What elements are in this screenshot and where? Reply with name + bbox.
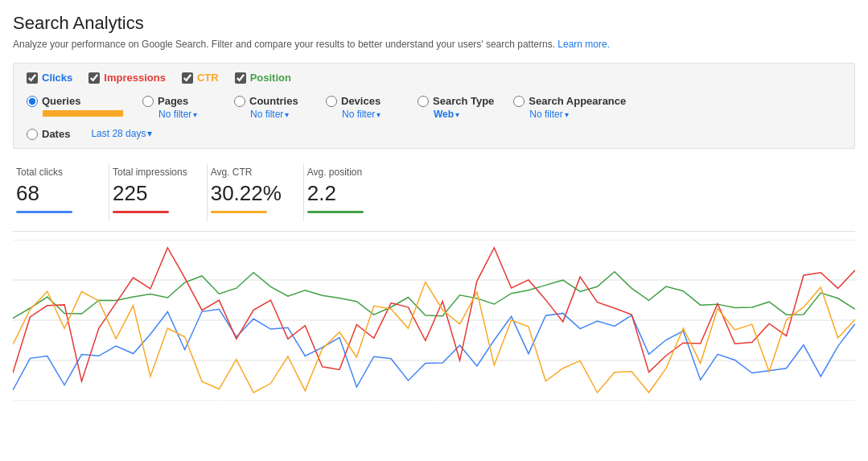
countries-radio[interactable]	[234, 96, 245, 107]
devices-filter-sub[interactable]: No filter ▾	[342, 109, 398, 120]
impressions-checkbox[interactable]	[88, 72, 100, 84]
avg-position-line	[307, 211, 364, 213]
search-type-filter-sub[interactable]: Web ▾	[434, 109, 494, 120]
metric-avg-position: Avg. position 2.2	[304, 163, 401, 221]
total-impressions-line	[113, 211, 169, 213]
checkboxes-row: Clicks Impressions CTR Position	[27, 72, 841, 84]
countries-filter-label: Countries	[249, 95, 298, 107]
dates-filter-sub[interactable]: Last 28 days ▾	[91, 128, 152, 139]
search-type-filter-label: Search Type	[433, 95, 494, 107]
search-appearance-chevron-icon: ▾	[565, 110, 569, 119]
ctr-checkbox-label[interactable]: CTR	[182, 72, 219, 84]
position-checkbox[interactable]	[235, 72, 246, 84]
pages-chevron-icon: ▾	[193, 110, 197, 119]
avg-ctr-label: Avg. CTR	[211, 167, 284, 178]
filter-search-appearance: Search Appearance No filter ▾	[513, 95, 626, 120]
devices-chevron-icon: ▾	[376, 110, 381, 119]
dates-radio[interactable]	[27, 129, 38, 140]
ctr-label: CTR	[197, 72, 219, 84]
filter-countries: Countries No filter ▾	[234, 95, 306, 120]
devices-radio[interactable]	[326, 96, 337, 107]
filters-row: Queries Pages No filter ▾ Countries No f…	[27, 95, 841, 120]
search-appearance-filter-sub[interactable]: No filter ▾	[529, 109, 626, 120]
total-clicks-line	[16, 211, 72, 213]
clicks-checkbox[interactable]	[27, 72, 38, 84]
total-impressions-value: 225	[113, 181, 187, 206]
clicks-label: Clicks	[42, 72, 72, 84]
countries-filter-sub[interactable]: No filter ▾	[250, 109, 306, 120]
pages-filter-sub[interactable]: No filter ▾	[158, 109, 215, 120]
search-type-chevron-icon: ▾	[455, 110, 459, 119]
filter-search-type: Search Type Web ▾	[418, 95, 494, 120]
metrics-row: Total clicks 68 Total impressions 225 Av…	[13, 163, 855, 232]
line-chart	[13, 240, 855, 401]
total-clicks-value: 68	[16, 181, 89, 206]
clicks-checkbox-label[interactable]: Clicks	[27, 72, 72, 84]
filter-bar: Clicks Impressions CTR Position Queries	[13, 63, 855, 149]
chart-area	[13, 240, 855, 401]
search-type-radio[interactable]	[418, 96, 429, 107]
filter-devices: Devices No filter ▾	[326, 95, 398, 120]
dates-row: Dates Last 28 days ▾	[27, 128, 841, 140]
avg-ctr-line	[211, 211, 267, 213]
avg-position-label: Avg. position	[307, 167, 381, 178]
avg-ctr-value: 30.22%	[211, 181, 284, 206]
metric-total-clicks: Total clicks 68	[13, 163, 109, 221]
pages-radio[interactable]	[142, 96, 154, 107]
total-impressions-label: Total impressions	[113, 167, 187, 178]
total-clicks-label: Total clicks	[16, 167, 89, 178]
search-appearance-filter-label: Search Appearance	[529, 95, 626, 107]
dates-chevron-icon: ▾	[147, 128, 152, 139]
queries-radio[interactable]	[27, 96, 38, 107]
avg-position-value: 2.2	[307, 181, 381, 206]
impressions-label: Impressions	[104, 72, 166, 84]
filter-pages: Pages No filter ▾	[142, 95, 215, 120]
page-description: Analyze your performance on Google Searc…	[13, 39, 855, 50]
queries-bar	[43, 110, 123, 117]
page-title: Search Analytics	[13, 13, 855, 34]
countries-chevron-icon: ▾	[285, 110, 289, 119]
impressions-checkbox-label[interactable]: Impressions	[88, 72, 166, 84]
dates-filter-label: Dates	[42, 128, 70, 140]
learn-more-link[interactable]: Learn more.	[557, 39, 610, 50]
position-label: Position	[250, 72, 291, 84]
queries-filter-label: Queries	[42, 95, 80, 107]
metric-avg-ctr: Avg. CTR 30.22%	[208, 163, 304, 221]
ctr-checkbox[interactable]	[182, 72, 193, 84]
search-appearance-radio[interactable]	[513, 96, 525, 107]
filter-queries: Queries	[27, 95, 123, 117]
metric-total-impressions: Total impressions 225	[109, 163, 208, 221]
position-checkbox-label[interactable]: Position	[235, 72, 291, 84]
pages-filter-label: Pages	[158, 95, 188, 107]
devices-filter-label: Devices	[341, 95, 381, 107]
